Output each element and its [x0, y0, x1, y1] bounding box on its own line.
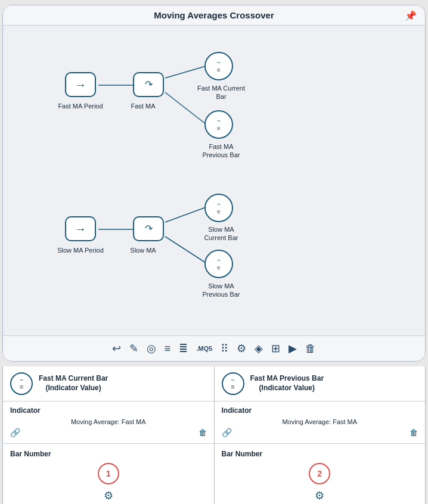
bottom-panels: ~≡ Fast MA Current Bar (Indicator Value)… [2, 366, 426, 504]
panel-fast-ma-previous: ~≡ Fast MA Previous Bar (Indicator Value… [215, 366, 426, 504]
panel-left-indicator-content: Moving Average: Fast MA [10, 417, 207, 427]
panel-left-link-icon[interactable]: 🔗 [10, 428, 20, 437]
toolbar-delete-icon[interactable]: 🗑 [305, 343, 316, 355]
panel-right-header: ~≡ Fast MA Previous Bar (Indicator Value… [215, 366, 426, 402]
toolbar-edit-icon[interactable]: ✎ [129, 342, 138, 355]
diagram-title: Moving Averages Crossover [154, 10, 274, 20]
slow-ma-current-bar-label: Slow MACurrent Bar [195, 225, 247, 242]
panel-left-bar-number-section: Bar Number 1 ⚙ [3, 444, 214, 504]
svg-line-4 [165, 207, 206, 222]
arrow-icon: → [75, 78, 86, 92]
panel-right-indicator-value: Moving Average: Fast MA [222, 418, 418, 425]
panel-fast-ma-current: ~≡ Fast MA Current Bar (Indicator Value)… [3, 366, 215, 504]
toolbar-undo-icon[interactable]: ↩ [112, 342, 121, 355]
panel-right-gear-icon[interactable]: ⚙ [222, 489, 418, 502]
panel-left-icon-symbol: ~≡ [20, 377, 23, 390]
panel-right-icon: ~≡ [222, 372, 244, 395]
slow-ma-previous-bar-label: Slow MAPrevious Bar [195, 282, 247, 299]
toolbar-align2-icon[interactable]: ≣ [179, 342, 188, 355]
panel-left-bar-number-label: Bar Number [10, 450, 207, 458]
toolbar-align1-icon[interactable]: ≡ [165, 343, 171, 355]
panel-left-indicator-value: Moving Average: Fast MA [10, 418, 207, 425]
panel-left-icon: ~≡ [10, 372, 33, 395]
panel-right-indicator-content: Moving Average: Fast MA [222, 417, 418, 427]
panel-right-bar-number-badge[interactable]: 2 [309, 463, 330, 484]
panel-left-trash-icon[interactable]: 🗑 [199, 428, 207, 437]
panel-right-trash-icon[interactable]: 🗑 [410, 428, 418, 437]
slow-ma-period-label: Slow MA Period [51, 246, 110, 254]
fast-ma-current-bar-node[interactable]: ~ ≡ [204, 52, 233, 80]
output-inner: ~ ≡ [217, 60, 221, 73]
slow-ma-label: Slow MA [125, 246, 161, 254]
fast-ma-previous-bar-label: Fast MAPrevious Bar [195, 142, 247, 160]
toolbar-copy-icon[interactable]: ◎ [147, 342, 156, 355]
diagram-area: → Fast MA Period ↷ Fast MA ~ ≡ Fast MA C… [3, 26, 425, 335]
panel-left-indicator-label: Indicator [10, 406, 207, 415]
fast-ma-node[interactable]: ↷ [133, 72, 164, 97]
slow-ma-previous-bar-node[interactable]: ~ ≡ [204, 250, 233, 278]
slow-ma-period-node[interactable]: → [65, 216, 96, 241]
toolbar-eraser-icon[interactable]: ◈ [255, 342, 263, 355]
toolbar-layout-icon[interactable]: ⊞ [271, 342, 280, 355]
panel-right-icon-symbol: ~≡ [231, 377, 234, 390]
panel-left-gear-icon[interactable]: ⚙ [10, 489, 207, 502]
title-bar: Moving Averages Crossover 📌 [3, 5, 425, 26]
toolbar-run-icon[interactable]: ▶ [289, 342, 297, 355]
toolbar-settings-icon[interactable]: ⚙ [237, 342, 246, 355]
fast-ma-wave-icon: ↷ [145, 80, 153, 89]
panel-right-bar-number-section: Bar Number 2 ⚙ [215, 444, 426, 504]
fast-ma-current-bar-label: Fast MA CurrentBar [195, 84, 247, 101]
fast-ma-previous-bar-node[interactable]: ~ ≡ [204, 110, 233, 139]
panel-left-actions: 🔗 🗑 [10, 427, 207, 438]
fast-ma-period-node[interactable]: → [65, 72, 96, 97]
panel-left-indicator-section: Indicator Moving Average: Fast MA 🔗 🗑 [3, 402, 214, 444]
panel-right-indicator-section: Indicator Moving Average: Fast MA 🔗 🗑 [215, 402, 426, 444]
panel-left-header: ~≡ Fast MA Current Bar (Indicator Value) [3, 366, 214, 402]
output-inner-2: ~ ≡ [217, 118, 221, 132]
pin-icon[interactable]: 📌 [405, 10, 417, 21]
fast-ma-label: Fast MA [125, 102, 161, 110]
panel-left-title: Fast MA Current Bar (Indicator Value) [39, 374, 108, 393]
panel-right-indicator-label: Indicator [222, 406, 418, 415]
panel-left-bar-number-badge[interactable]: 1 [98, 463, 119, 484]
slow-ma-current-bar-node[interactable]: ~ ≡ [204, 194, 233, 222]
panel-right-bar-number-label: Bar Number [222, 450, 418, 458]
slow-ma-wave-icon: ↷ [145, 224, 153, 234]
toolbar-mq5-icon[interactable]: .MQ5 [196, 345, 212, 352]
output-inner-3: ~ ≡ [217, 201, 221, 215]
panel-right-link-icon[interactable]: 🔗 [222, 428, 232, 437]
main-container: Moving Averages Crossover 📌 → Fast MA Pe… [2, 5, 426, 362]
svg-line-1 [165, 66, 206, 78]
toolbar: ↩ ✎ ◎ ≡ ≣ .MQ5 ⠿ ⚙ ◈ ⊞ ▶ 🗑 [3, 335, 425, 361]
slow-ma-node[interactable]: ↷ [133, 216, 164, 241]
arrow-icon-slow: → [75, 222, 86, 236]
panel-right-title: Fast MA Previous Bar (Indicator Value) [250, 374, 324, 393]
output-inner-4: ~ ≡ [217, 257, 221, 271]
fast-ma-period-label: Fast MA Period [53, 102, 108, 110]
panel-right-actions: 🔗 🗑 [222, 427, 418, 438]
toolbar-grid-icon[interactable]: ⠿ [221, 342, 228, 355]
